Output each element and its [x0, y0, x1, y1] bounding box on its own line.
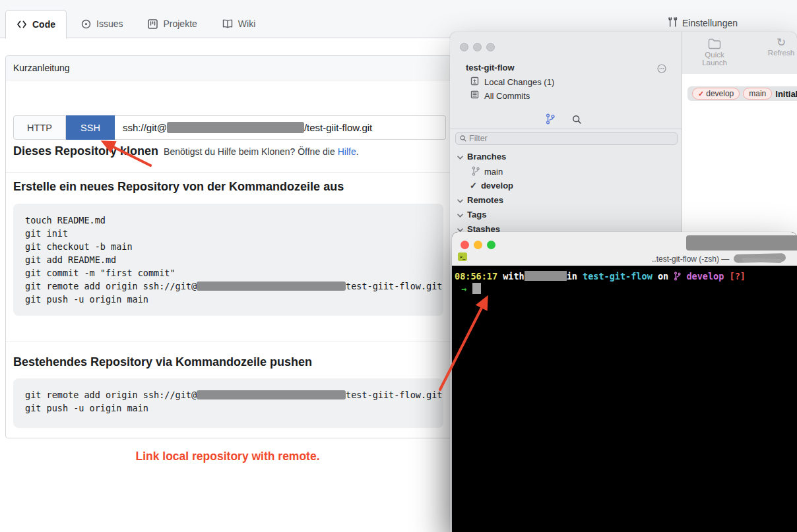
terminal-body[interactable]: 08:56:17 within test-git-flow on develop… — [452, 266, 797, 295]
refresh-button[interactable]: ↻ Refresh — [765, 36, 797, 57]
code-line: touch README.md — [25, 214, 443, 227]
zoom-button[interactable] — [486, 43, 495, 51]
branch-main-label: main — [484, 167, 503, 177]
tab-wiki[interactable]: Wiki — [212, 9, 266, 38]
clone-help-text: Benötigst du Hilfe beim Klonen? Öffne di… — [164, 146, 358, 157]
prompt-time: 08:56:17 — [455, 271, 497, 281]
ssh-button[interactable]: SSH — [66, 115, 115, 140]
quickstart-panel: Kurzanleitung Dieses Repository klonen B… — [5, 55, 454, 438]
clone-url-field[interactable]: ssh://git@/test-giit-flow.git — [115, 115, 446, 140]
code-line: git checkout -b main — [25, 240, 443, 253]
refresh-label: Refresh — [765, 49, 797, 57]
tab-projects[interactable]: Projekte — [137, 9, 207, 38]
code-line-remote: git remote add origin ssh://git@test-gii… — [25, 280, 443, 293]
http-button[interactable]: HTTP — [13, 115, 66, 140]
section-divider — [6, 341, 453, 342]
project-board-icon — [148, 19, 158, 29]
branch-badge-develop: ✓ develop — [692, 88, 740, 100]
search-view-toggle-icon[interactable] — [572, 115, 582, 125]
tab-label: Wiki — [238, 18, 255, 29]
terminal-cursor — [472, 283, 481, 294]
tab-code[interactable]: Code — [5, 10, 67, 39]
redacted-block — [686, 235, 797, 251]
commit-list-row[interactable]: ✓ develop main Initial c — [687, 86, 797, 101]
repo-title: test-git-flow — [466, 63, 515, 73]
quick-launch-label: Quick Launch — [691, 51, 738, 67]
minimize-button[interactable] — [474, 241, 482, 249]
tree-section-remotes[interactable]: Remotes — [457, 195, 503, 205]
redacted-host — [167, 122, 304, 133]
redacted-username — [525, 271, 567, 281]
code-line: git push -u origin main — [25, 293, 443, 306]
code-icon — [16, 20, 27, 29]
clone-url-row: HTTP SSH ssh://git@/test-giit-flow.git — [13, 115, 446, 140]
tab-issues[interactable]: Issues — [71, 9, 133, 38]
terminal-window: >_ ..test-git-flow (-zsh) — 08:56:17 wit… — [452, 232, 797, 532]
tree-item-branch-main[interactable]: main — [471, 166, 503, 178]
tab-settings[interactable]: Einstellungen — [668, 17, 738, 29]
existing-repo-heading-row: Bestehendes Repository via Kommandozeile… — [13, 355, 312, 369]
minimize-button[interactable] — [473, 43, 482, 51]
new-repo-heading: Erstelle ein neues Repository von der Ko… — [13, 180, 344, 194]
local-changes-label: Local Changes (1) — [484, 77, 554, 87]
prompt-line: 08:56:17 within test-git-flow on develop… — [455, 270, 797, 282]
branch-develop-label: develop — [481, 181, 513, 191]
filter-input[interactable] — [469, 134, 654, 143]
book-icon — [222, 19, 233, 28]
help-link[interactable]: Hilfe — [338, 146, 356, 157]
filter-field[interactable] — [455, 132, 678, 145]
close-button[interactable] — [461, 241, 469, 249]
branches-view-toggle-icon[interactable] — [545, 113, 556, 125]
tab-label: Issues — [96, 18, 123, 29]
code-line: git add README.md — [25, 253, 443, 266]
tree-section-tags[interactable]: Tags — [457, 210, 486, 220]
close-button[interactable] — [460, 43, 468, 51]
all-commits-label: All Commits — [484, 91, 530, 101]
settings-label: Einstellungen — [682, 18, 738, 28]
file-changes-icon — [470, 76, 479, 88]
branch-icon — [471, 166, 480, 178]
window-controls — [461, 241, 495, 249]
terminal-titlebar: >_ ..test-git-flow (-zsh) — — [452, 232, 797, 266]
refresh-icon: ↻ — [765, 36, 797, 49]
tab-label: Code — [32, 19, 55, 30]
annotation-text: Link local repository with remote. — [0, 450, 455, 463]
clone-heading: Dieses Repository klonen — [13, 144, 158, 158]
quick-launch-button[interactable]: Quick Launch — [691, 38, 738, 67]
tree-item-branch-develop[interactable]: ✓ develop — [470, 181, 513, 191]
quickstart-header: Kurzanleitung — [6, 56, 453, 80]
prompt-branch: develop — [686, 271, 724, 281]
issue-icon — [81, 19, 91, 29]
chevron-down-icon — [457, 210, 463, 220]
quickstart-header-label: Kurzanleitung — [13, 63, 70, 73]
existing-repo-code-block: git remote add origin ssh://git@test-gii… — [13, 378, 443, 428]
redacted-host — [197, 390, 346, 399]
folder-icon — [708, 38, 721, 49]
zoom-button[interactable] — [487, 241, 495, 249]
code-line-remote: git remote add origin ssh://git@test-gii… — [25, 388, 443, 401]
tab-label: Projekte — [163, 18, 197, 29]
check-icon: ✓ — [698, 90, 704, 98]
branch-icon — [674, 272, 681, 281]
tags-label: Tags — [467, 210, 486, 220]
clone-heading-row: Dieses Repository klonen Benötigst du Hi… — [13, 144, 359, 158]
chevron-down-icon — [457, 152, 463, 162]
new-repo-code-block: touch README.md git init git checkout -b… — [13, 204, 443, 316]
repo-options-icon[interactable] — [657, 64, 666, 76]
prompt-status: [?] — [730, 271, 746, 281]
remotes-label: Remotes — [467, 196, 503, 205]
repo-tabs: Code Issues Projekte Wiki — [5, 0, 266, 38]
sidebar-item-all-commits[interactable]: All Commits — [470, 90, 530, 101]
sidebar-item-local-changes[interactable]: Local Changes (1) — [470, 76, 554, 88]
window-controls — [460, 43, 495, 51]
tree-section-branches[interactable]: Branches — [457, 152, 506, 162]
prompt-arrow-icon: → — [455, 283, 466, 294]
code-line: git push -u origin main — [25, 401, 443, 415]
sidebar-separator — [450, 129, 682, 129]
new-repo-heading-row: Erstelle ein neues Repository von der Ko… — [13, 180, 344, 194]
chevron-down-icon — [457, 195, 463, 205]
terminal-title: ..test-git-flow (-zsh) — — [652, 254, 729, 264]
code-line: git commit -m "first commit" — [25, 266, 443, 280]
code-line: git init — [25, 227, 443, 240]
input-line: → — [455, 282, 797, 295]
